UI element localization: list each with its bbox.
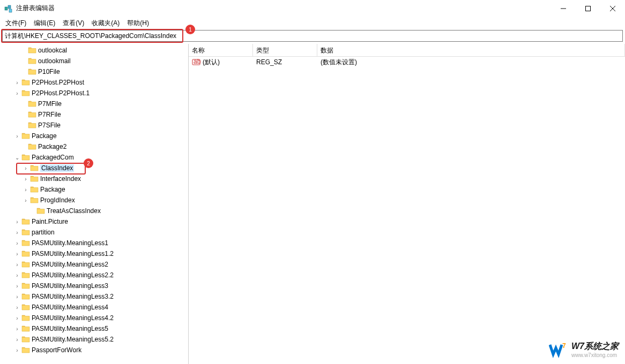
tree-item-label: partition	[32, 229, 55, 236]
tree-item-outlookmail[interactable]: outlookmail	[0, 56, 188, 66]
tree-item-PASMUtility-MeaningLess1-2[interactable]: ›PASMUtility.MeaningLess1.2	[0, 248, 188, 259]
tree-item-PASMUtility-MeaningLess2[interactable]: ›PASMUtility.MeaningLess2	[0, 259, 188, 270]
tree-item-label: P7MFile	[38, 100, 62, 108]
close-button[interactable]	[600, 0, 625, 17]
expand-arrow-icon[interactable]: ›	[14, 325, 20, 332]
expand-arrow-icon[interactable]: ›	[14, 315, 20, 321]
tree-item-partition[interactable]: ›partition	[0, 227, 188, 238]
expand-arrow-icon[interactable]: ›	[23, 176, 29, 182]
menu-favorites[interactable]: 收藏夹(A)	[88, 18, 123, 29]
folder-icon	[21, 335, 30, 344]
tree-item-P2PHost-P2PHost-1[interactable]: ›P2PHost.P2PHost.1	[0, 88, 188, 98]
window-controls	[551, 0, 625, 17]
value-row[interactable]: ab(默认)REG_SZ(数值未设置)	[189, 57, 625, 67]
tree-item-P7MFile[interactable]: P7MFile	[0, 98, 188, 109]
tree-item-PASMUtility-MeaningLess1[interactable]: ›PASMUtility.MeaningLess1	[0, 238, 188, 248]
tree-item-label: PASMUtility.MeaningLess4	[32, 304, 108, 311]
tree-item-P2PHost-P2PHost[interactable]: ›P2PHost.P2PHost	[0, 77, 188, 88]
expand-arrow-icon[interactable]: ›	[23, 186, 29, 193]
expand-arrow-icon[interactable]: ›	[14, 336, 20, 343]
tree-item-label: P10File	[38, 68, 60, 75]
tree-item-PASMUtility-MeaningLess3[interactable]: ›PASMUtility.MeaningLess3	[0, 280, 188, 291]
expand-arrow-icon[interactable]: ›	[23, 197, 29, 203]
tree-pane[interactable]: 2 outlookcaloutlookmailP10File›P2PHost.P…	[0, 44, 189, 364]
tree-item-label: ProgIdIndex	[40, 196, 75, 204]
folder-icon	[21, 217, 30, 226]
expand-arrow-icon[interactable]: ›	[14, 251, 20, 257]
tree-item-Package2[interactable]: Package2	[0, 141, 188, 152]
expand-arrow-icon[interactable]: ›	[23, 165, 29, 171]
tree-item-PASMUtility-MeaningLess2-2[interactable]: ›PASMUtility.MeaningLess2.2	[0, 270, 188, 280]
tree-item-InterfaceIndex[interactable]: ›InterfaceIndex	[0, 173, 188, 184]
expand-arrow-icon[interactable]: ›	[14, 229, 20, 236]
tree-item-PackagedCom[interactable]: ⌄PackagedCom	[0, 152, 188, 163]
expand-arrow-icon[interactable]: ›	[14, 293, 20, 300]
tree-item-label: TreatAsClassIndex	[47, 207, 101, 215]
folder-icon	[21, 303, 30, 312]
column-type[interactable]: 类型	[253, 44, 317, 56]
tree-item-PassportForWork[interactable]: ›PassportForWork	[0, 345, 188, 355]
tree-item-Paint-Picture[interactable]: ›Paint.Picture	[0, 216, 188, 227]
expand-arrow-icon	[20, 111, 27, 118]
folder-icon	[21, 239, 30, 247]
column-data[interactable]: 数据	[317, 44, 625, 56]
expand-arrow-icon[interactable]: ›	[14, 90, 20, 96]
menu-view[interactable]: 查看(V)	[59, 18, 87, 29]
value-name: (默认)	[203, 58, 220, 67]
tree-item-label: PASMUtility.MeaningLess1	[32, 239, 108, 247]
svg-text:ab: ab	[194, 58, 200, 65]
tree-item-PASMUtility-MeaningLess5-2[interactable]: ›PASMUtility.MeaningLess5.2	[0, 334, 188, 345]
expand-arrow-icon[interactable]: ›	[14, 218, 20, 225]
tree-item-label: PASMUtility.MeaningLess3	[32, 282, 108, 290]
tree-item-label: PASMUtility.MeaningLess5	[32, 325, 108, 332]
tree-item-P10File[interactable]: P10File	[0, 66, 188, 77]
folder-icon	[21, 249, 30, 258]
expand-arrow-icon[interactable]: ›	[14, 240, 20, 246]
list-pane: 名称 类型 数据 ab(默认)REG_SZ(数值未设置)	[189, 44, 625, 364]
expand-arrow-icon[interactable]: ›	[14, 79, 20, 86]
address-input[interactable]	[2, 30, 623, 42]
tree-item-P7SFile[interactable]: P7SFile	[0, 120, 188, 131]
tree-item-TreatAsClassIndex[interactable]: TreatAsClassIndex	[0, 206, 188, 216]
tree-item-label: PASMUtility.MeaningLess3.2	[32, 293, 114, 300]
menu-file[interactable]: 文件(F)	[2, 18, 29, 29]
tree-item-label: outlookcal	[38, 47, 67, 54]
folder-icon	[30, 185, 39, 194]
tree-item-PASMUtility-MeaningLess4[interactable]: ›PASMUtility.MeaningLess4	[0, 302, 188, 313]
tree-item-ProgIdIndex[interactable]: ›ProgIdIndex	[0, 195, 188, 206]
menu-help[interactable]: 帮助(H)	[124, 18, 152, 29]
menubar: 文件(F) 编辑(E) 查看(V) 收藏夹(A) 帮助(H)	[0, 17, 625, 29]
tree-item-PASMUtility-MeaningLess4-2[interactable]: ›PASMUtility.MeaningLess4.2	[0, 313, 188, 323]
svg-rect-4	[586, 6, 591, 11]
tree-item-label: outlookmail	[38, 57, 71, 65]
tree-item-label: InterfaceIndex	[40, 175, 81, 183]
tree-item-label: Paint.Picture	[32, 218, 68, 225]
tree-item-PASMUtility-MeaningLess5[interactable]: ›PASMUtility.MeaningLess5	[0, 323, 188, 334]
tree-item-ClassIndex[interactable]: ›ClassIndex	[0, 163, 188, 173]
expand-arrow-icon[interactable]: ›	[14, 283, 20, 289]
expand-arrow-icon	[29, 208, 35, 214]
tree-item-outlookcal[interactable]: outlookcal	[0, 45, 188, 56]
tree-item-Package[interactable]: ›Package	[0, 131, 188, 141]
tree-item-P7RFile[interactable]: P7RFile	[0, 109, 188, 120]
list-body[interactable]: ab(默认)REG_SZ(数值未设置)	[189, 57, 625, 364]
column-name[interactable]: 名称	[189, 44, 253, 56]
folder-icon	[21, 324, 30, 333]
minimize-button[interactable]	[551, 0, 576, 17]
tree-item-PASMUtility-MeaningLess3-2[interactable]: ›PASMUtility.MeaningLess3.2	[0, 291, 188, 302]
expand-arrow-icon[interactable]: ›	[14, 304, 20, 310]
folder-icon	[36, 207, 45, 215]
expand-arrow-icon[interactable]: ›	[14, 272, 20, 278]
maximize-button[interactable]	[576, 0, 600, 17]
regedit-icon	[4, 4, 13, 13]
menu-edit[interactable]: 编辑(E)	[31, 18, 58, 29]
tree-item-label: Package2	[38, 143, 66, 150]
expand-arrow-icon[interactable]: ⌄	[14, 154, 20, 161]
tree-item-Package[interactable]: ›Package	[0, 184, 188, 195]
main-area: 2 outlookcaloutlookmailP10File›P2PHost.P…	[0, 44, 625, 364]
expand-arrow-icon[interactable]: ›	[14, 347, 20, 353]
folder-icon	[21, 132, 30, 140]
expand-arrow-icon[interactable]: ›	[14, 261, 20, 268]
expand-arrow-icon[interactable]: ›	[14, 133, 20, 139]
folder-icon	[21, 260, 30, 269]
